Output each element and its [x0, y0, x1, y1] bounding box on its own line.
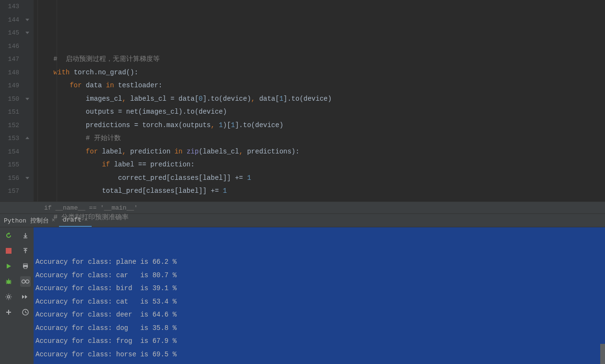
line-number: 154	[0, 145, 19, 159]
line-number: 148	[0, 66, 19, 80]
console-tool-column-1	[0, 227, 17, 364]
line-number: 156	[0, 172, 19, 185]
code-content[interactable]: # 启动预测过程，无需计算梯度等 with torch.no_grad(): f…	[34, 0, 605, 201]
code-line[interactable]: for data in testloader:	[37, 79, 605, 93]
console-line: Accuracy for class: horse is 69.5 %	[36, 348, 603, 362]
svg-line-3	[6, 280, 7, 281]
settings-icon[interactable]	[3, 292, 14, 302]
svg-line-4	[10, 280, 11, 281]
line-number: 153	[0, 132, 19, 145]
code-line[interactable]: for label, prediction in zip(labels_cl, …	[37, 145, 605, 159]
fast-forward-icon[interactable]	[20, 292, 31, 302]
scrollbar-thumb[interactable]	[600, 344, 605, 364]
print-icon[interactable]	[20, 261, 31, 271]
fold-open-icon[interactable]	[25, 17, 31, 23]
code-line[interactable]: if label == prediction:	[37, 158, 605, 172]
scroll-up-icon[interactable]	[20, 246, 31, 256]
console-tool-column-2	[17, 227, 34, 364]
code-line[interactable]: total_pred[classes[label]] += 1	[37, 185, 605, 198]
line-number: 152	[0, 119, 19, 132]
line-number: 150	[0, 93, 19, 106]
run-icon[interactable]	[3, 261, 14, 271]
code-line[interactable]: # 启动预测过程，无需计算梯度等	[37, 53, 605, 66]
add-icon[interactable]	[3, 307, 14, 317]
line-number-gutter: 1431441451461471481491501511521531541551…	[0, 0, 24, 201]
console-line: Accuracy for class: cat is 53.4 %	[36, 295, 603, 309]
fold-close-icon[interactable]	[25, 136, 31, 141]
console-line: Accuracy for class: frog is 67.9 %	[36, 335, 603, 348]
svg-point-13	[22, 280, 25, 283]
stop-icon[interactable]	[3, 246, 14, 256]
console-line: Accuracy for class: deer is 64.6 %	[36, 308, 603, 322]
svg-line-7	[6, 283, 7, 284]
svg-line-8	[10, 283, 11, 284]
console-line: Accuracy for class: plane is 66.2 %	[36, 256, 603, 269]
code-line[interactable]	[37, 198, 605, 211]
line-number: 145	[0, 26, 19, 40]
line-number: 151	[0, 106, 19, 119]
rerun-icon[interactable]	[3, 230, 14, 241]
console-line: Accuracy for class: dog is 35.8 %	[36, 322, 603, 335]
line-number: 144	[0, 13, 19, 27]
console-output[interactable]: Accuracy for class: plane is 66.2 %Accur…	[34, 227, 605, 364]
line-number: 146	[0, 40, 19, 53]
line-number: 143	[0, 0, 19, 13]
code-line[interactable]: # 分类别打印预测准确率	[37, 211, 605, 224]
line-number: 147	[0, 53, 19, 66]
console-panel: Accuracy for class: plane is 66.2 %Accur…	[0, 227, 605, 364]
scroll-down-icon[interactable]	[20, 230, 31, 241]
svg-point-14	[25, 280, 29, 283]
code-line[interactable]: outputs = net(images_cl).to(device)	[37, 106, 605, 119]
console-line: Accuracy for class: ship is 75.0 %	[36, 361, 603, 364]
line-number: 155	[0, 158, 19, 172]
svg-point-9	[7, 296, 10, 298]
console-line: Accuracy for class: car is 80.7 %	[36, 269, 603, 282]
debug-icon[interactable]	[3, 276, 14, 287]
svg-rect-0	[6, 248, 12, 254]
code-line[interactable]: # 开始计数	[37, 132, 605, 145]
code-line[interactable]: correct_pred[classes[label]] += 1	[37, 172, 605, 185]
svg-rect-12	[24, 267, 27, 269]
history-icon[interactable]	[20, 307, 31, 317]
fold-open-icon[interactable]	[25, 96, 31, 102]
line-number: 157	[0, 185, 19, 198]
code-editor[interactable]: 1431441451461471481491501511521531541551…	[0, 0, 605, 201]
code-line[interactable]: with torch.no_grad():	[37, 66, 605, 80]
fold-open-icon[interactable]	[25, 30, 31, 36]
line-number: 149	[0, 79, 19, 93]
soft-wrap-icon[interactable]	[20, 276, 31, 287]
fold-gutter[interactable]	[24, 0, 34, 201]
console-line: Accuracy for class: bird is 39.1 %	[36, 282, 603, 295]
code-line[interactable]: predictions = torch.max(outputs, 1)[1].t…	[37, 119, 605, 132]
fold-open-icon[interactable]	[25, 176, 31, 181]
code-line[interactable]: images_cl, labels_cl = data[0].to(device…	[37, 93, 605, 106]
svg-rect-10	[24, 264, 27, 265]
